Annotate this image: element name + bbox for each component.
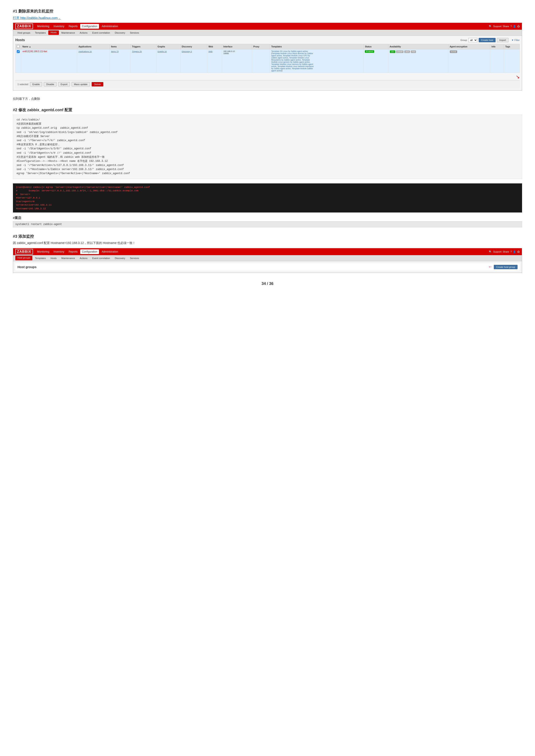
template-link-1[interactable]: Template OS Linux by Zabbix agent active (271, 50, 308, 52)
subnav2-actions[interactable]: Actions (78, 256, 90, 260)
subnav-eventcorrelation[interactable]: Event correlation (90, 31, 112, 35)
hosts-table: Name ▲ Applications Items Triggers Graph… (15, 44, 520, 73)
export-button[interactable]: Export (58, 82, 70, 86)
subnav-actions[interactable]: Actions (78, 31, 90, 35)
topnav-right-2: 🔍 Support Share ? 👤 ⏻ (489, 251, 520, 253)
row-checkbox[interactable] (17, 50, 20, 53)
nav-inventory[interactable]: Inventory (52, 24, 66, 29)
col-checkbox (15, 44, 21, 49)
search-icon[interactable]: 🔍 (489, 25, 492, 28)
subnav-maintenance[interactable]: Maintenance (59, 31, 77, 35)
nav2-monitoring[interactable]: Monitoring (36, 249, 51, 254)
power-icon-2[interactable]: ⏻ (517, 251, 520, 253)
availability-badges: ZBX SNMP JMX PMI (390, 50, 447, 53)
status-badge: Enabled (365, 50, 374, 53)
support-link[interactable]: Support (493, 25, 502, 28)
create-host-group-button[interactable]: Create host group (494, 265, 518, 269)
host-groups-title: Host groups (17, 265, 37, 269)
col-name: Name ▲ (21, 44, 77, 49)
row-items: Items 73 (110, 49, 131, 73)
page-footer: 34 / 36 (13, 282, 522, 286)
nav2-configuration[interactable]: Configuration (80, 249, 99, 254)
subnav2-services[interactable]: Services (128, 256, 141, 260)
import-button[interactable]: Import (497, 38, 508, 42)
page-title: Hosts (15, 38, 25, 42)
row-graphs: Graphs 16 (156, 49, 180, 73)
col-templates: Templates (270, 44, 364, 49)
restart-block: systemctl restart zabbix-agent (13, 221, 522, 228)
subnav2-hostgroups[interactable]: Host groups (15, 256, 32, 260)
help-icon-2[interactable]: ? (510, 251, 512, 253)
row-info (490, 49, 504, 73)
subnav-hostgroups[interactable]: Host groups (15, 31, 32, 35)
row-triggers: Triggers 29 (130, 49, 156, 73)
nav-reports[interactable]: Reports (67, 24, 79, 29)
nav2-reports[interactable]: Reports (67, 249, 79, 254)
row-agent-enc: NONE (448, 49, 490, 73)
col-items: Items (110, 44, 131, 49)
subnav2-templates[interactable]: Templates (33, 256, 48, 260)
sub-nav: Host groups Templates Hosts Maintenance … (13, 30, 522, 36)
row-checkbox-cell (15, 49, 21, 73)
applications-link[interactable]: Applications 16 (78, 50, 92, 53)
snmp-badge: SNMP (396, 50, 404, 53)
nav-monitoring[interactable]: Monitoring (36, 24, 51, 29)
top-nav-2: ZABBIX Monitoring Inventory Reports Conf… (13, 248, 522, 255)
row-web: Web (207, 49, 222, 73)
create-host-button[interactable]: Create host (479, 38, 496, 42)
subnav-templates[interactable]: Templates (33, 31, 48, 35)
items-link[interactable]: Items 73 (111, 50, 119, 53)
subnav-services[interactable]: Services (128, 31, 141, 35)
col-interface: Interface (222, 44, 252, 49)
row-discovery: Discovery 3 (180, 49, 207, 73)
search-icon-2[interactable]: 🔍 (489, 251, 492, 253)
col-graphs: Graphs (156, 44, 180, 49)
group-label: Group (461, 39, 467, 41)
group-select[interactable]: all (468, 38, 477, 42)
section2-code: cd /etc/zabbix/ #还原回来最原始配置 cp zabbix_age… (13, 115, 522, 179)
section1-title: #1 删除原来的主机监控 (13, 9, 522, 14)
subnav2-discovery[interactable]: Discovery (113, 256, 127, 260)
delete-button[interactable]: Delete (92, 82, 103, 86)
nav2-administration[interactable]: Administration (100, 249, 120, 254)
nav-configuration[interactable]: Configuration (80, 24, 99, 29)
user-icon-2[interactable]: 👤 (513, 251, 516, 253)
help-icon[interactable]: ? (510, 25, 512, 28)
share-link-2[interactable]: Share (503, 251, 509, 253)
filter-button[interactable]: ▼ Filter (512, 39, 520, 41)
pmi-badge: PMI (411, 50, 416, 53)
table-row: vm812(192.168.3.12)-fast Applications 16… (15, 49, 520, 73)
mass-update-button[interactable]: Mass update (71, 82, 90, 86)
nav2-inventory[interactable]: Inventory (52, 249, 66, 254)
topnav-right: 🔍 Support Share ? 👤 ⏻ (489, 25, 520, 28)
power-icon[interactable]: ⏻ (517, 25, 520, 28)
disable-button[interactable]: Disable (44, 82, 56, 86)
select-all-checkbox[interactable] (17, 45, 20, 48)
restart-title: #重启 (13, 216, 522, 220)
graphs-link[interactable]: Graphs 16 (157, 50, 167, 53)
user-icon[interactable]: 👤 (513, 25, 516, 28)
section1-link[interactable]: 打开 http://zabbix.hualinux.com， (13, 16, 522, 20)
share-link[interactable]: Share (503, 25, 509, 28)
host-link[interactable]: vm812(192.168.3.12)-fast (22, 50, 47, 53)
discovery-link[interactable]: Discovery 3 (182, 50, 192, 53)
page-header: Hosts Group all Create host Import ▼ Fil… (15, 38, 520, 42)
subnav-hosts[interactable]: Hosts (48, 30, 59, 35)
subnav2-maintenance[interactable]: Maintenance (59, 256, 77, 260)
none-badge: NONE (450, 50, 457, 53)
subnav2-hosts[interactable]: Hosts (48, 256, 59, 260)
triggers-link[interactable]: Triggers 29 (132, 50, 142, 53)
enable-button[interactable]: Enable (30, 82, 42, 86)
support-link-2[interactable]: Support (493, 251, 502, 253)
page-controls: Group all Create host Import ▼ Filter (461, 38, 520, 42)
nav-administration[interactable]: Administration (100, 24, 120, 29)
host-groups-controls: ← Create host group (488, 265, 518, 269)
subnav2-eventcorrelation[interactable]: Event correlation (90, 256, 112, 260)
row-availability: ZBX SNMP JMX PMI (388, 49, 448, 73)
arrow-annotation-2: ← (488, 265, 492, 269)
row-interface: 192.168.3.12:10050 (222, 49, 252, 73)
web-link[interactable]: Web (209, 50, 212, 53)
subnav-discovery[interactable]: Discovery (113, 31, 127, 35)
row-proxy (252, 49, 270, 73)
top-nav: ZABBIX Monitoring Inventory Reports Conf… (13, 23, 522, 30)
